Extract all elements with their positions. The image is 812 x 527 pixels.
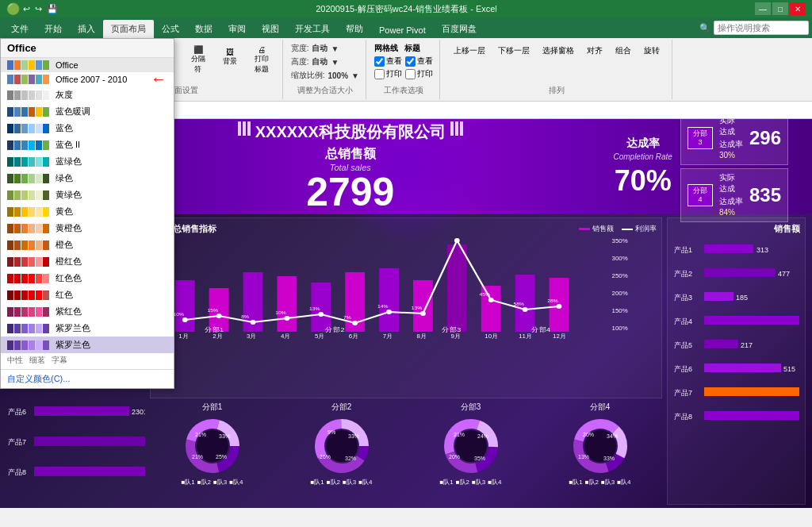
svg-text:5月: 5月	[315, 333, 324, 339]
svg-text:产品6: 产品6	[674, 365, 692, 373]
tab-formula[interactable]: 公式	[154, 20, 187, 38]
bring-forward-button[interactable]: 上移一层	[448, 43, 491, 59]
svg-text:3月: 3月	[247, 333, 256, 339]
window-controls[interactable]: — □ ✕	[755, 2, 806, 15]
item-label-violet1: 紫罗兰色	[56, 322, 90, 334]
tab-help[interactable]: 帮助	[338, 20, 371, 38]
rotate-button[interactable]: 旋转	[638, 43, 665, 59]
svg-text:21%: 21%	[192, 454, 203, 460]
svg-text:分部4: 分部4	[531, 325, 550, 333]
tab-view[interactable]: 视图	[254, 20, 287, 38]
svg-text:300%: 300%	[612, 255, 629, 261]
align-button[interactable]: 对齐	[581, 43, 608, 59]
svg-text:350%: 350%	[612, 237, 629, 244]
dropdown-item-orange-red[interactable]: 橙红色	[1, 253, 174, 270]
svg-text:10%: 10%	[275, 310, 286, 315]
svg-text:产品4: 产品4	[674, 317, 692, 325]
dropdown-item-violet2[interactable]: 紫罗兰色	[1, 337, 174, 353]
svg-text:33%: 33%	[219, 433, 230, 439]
svg-point-55	[216, 314, 222, 318]
side-card-4-value: 835	[749, 184, 781, 206]
maximize-button[interactable]: □	[772, 2, 788, 15]
dropdown-item-red2[interactable]: 红色色	[1, 270, 174, 287]
close-button[interactable]: ✕	[790, 2, 806, 15]
dropdown-item-purple-red[interactable]: 紫红色	[1, 303, 174, 320]
dropdown-item-office2007[interactable]: Office 2007 - 2010	[1, 72, 174, 87]
svg-text:6月: 6月	[349, 333, 358, 339]
donut-section-3: 分部3 21% 24% 35% 20%	[408, 402, 533, 505]
item-label-orange: 橙色	[56, 239, 73, 251]
item-label-blue: 蓝色	[56, 122, 73, 134]
gridlines-print-checkbox[interactable]	[374, 69, 385, 79]
gridlines-view-checkbox[interactable]	[374, 56, 385, 67]
tab-baidu[interactable]: 百度网盘	[434, 20, 485, 38]
item-label-teal: 蓝绿色	[56, 156, 82, 167]
window-title: 20200915-解压密码wc24-销售业绩看板 - Excel	[58, 3, 755, 15]
svg-text:21%: 21%	[195, 432, 206, 437]
dropdown-item-yellow[interactable]: 黄色	[1, 203, 174, 220]
swatch-teal	[7, 157, 49, 167]
svg-text:产品1: 产品1	[674, 246, 692, 254]
dropdown-item-green[interactable]: 绿色	[1, 170, 174, 187]
svg-text:产品8: 产品8	[8, 468, 26, 476]
svg-point-64	[523, 307, 528, 312]
total-sales-label: 总销售额	[238, 146, 463, 163]
svg-text:23013: 23013	[132, 408, 145, 416]
dropdown-item-red[interactable]: 红色	[1, 287, 174, 303]
custom-color-button[interactable]: 自定义颜色(C)...	[1, 369, 174, 388]
svg-text:33%: 33%	[348, 433, 359, 439]
selection-pane-button[interactable]: 选择窗格	[537, 43, 580, 59]
svg-text:1月: 1月	[178, 333, 188, 339]
search-input[interactable]	[714, 21, 809, 35]
swatch-red2	[7, 274, 49, 283]
svg-text:产品7: 产品7	[8, 438, 26, 446]
dropdown-item-yellow-green[interactable]: 黄绿色	[1, 187, 174, 203]
svg-text:2月: 2月	[213, 333, 222, 339]
dropdown-item-bluewarm[interactable]: 蓝色暖调	[1, 103, 174, 120]
tab-dev[interactable]: 开发工具	[287, 20, 338, 38]
tab-review[interactable]: 审阅	[220, 20, 254, 38]
dropdown-item-violet1[interactable]: 紫罗兰色	[1, 320, 174, 337]
dropdown-header: Office	[1, 39, 174, 58]
break-button[interactable]: ⬛分隔符	[184, 43, 213, 71]
completion-rate-box: 达成率 Completion Rate 70%	[613, 137, 672, 198]
minimize-button[interactable]: —	[755, 2, 771, 15]
swatch-gray	[7, 90, 49, 100]
dropdown-item-office[interactable]: Office	[1, 58, 174, 72]
tab-home[interactable]: 开始	[36, 20, 70, 38]
donut-section-2: 分部2 9% 33% 32% 26%	[279, 402, 404, 505]
dropdown-item-yellow-orange[interactable]: 黄橙色	[1, 220, 174, 237]
dropdown-item-teal[interactable]: 蓝绿色	[1, 153, 174, 170]
swatch-violet2	[7, 340, 49, 350]
side-cards: 分部3 实际 达成 达成率 30% 296 分部4	[680, 119, 788, 222]
svg-text:7%: 7%	[343, 314, 351, 320]
headings-print-checkbox[interactable]	[405, 69, 416, 79]
dropdown-item-blue[interactable]: 蓝色	[1, 120, 174, 137]
subtitle-label: 字幕	[52, 355, 67, 366]
svg-text:34%: 34%	[607, 433, 618, 439]
svg-text:产品5: 产品5	[674, 341, 692, 349]
background-button[interactable]: 🖼背景	[216, 43, 244, 71]
tab-page-layout[interactable]: 页面布局	[103, 20, 154, 38]
tab-insert[interactable]: 插入	[70, 20, 103, 38]
donut-4-svg: 20% 34% 33% 13%	[569, 414, 632, 478]
group-button[interactable]: 组合	[610, 43, 637, 59]
send-backward-button[interactable]: 下移一层	[492, 43, 535, 59]
svg-text:477: 477	[778, 270, 790, 278]
dropdown-item-gray[interactable]: 灰度	[1, 87, 174, 103]
swatch-orange-red	[7, 257, 49, 267]
tab-data[interactable]: 数据	[187, 20, 220, 38]
swatch-green	[7, 174, 49, 183]
item-label-orange-red: 橙红色	[56, 256, 82, 267]
headings-view-checkbox[interactable]	[405, 56, 416, 67]
dropdown-item-blue2[interactable]: 蓝色 II	[1, 137, 174, 153]
svg-text:8月: 8月	[417, 333, 427, 339]
dropdown-item-orange[interactable]: 橙色	[1, 237, 174, 253]
tab-file[interactable]: 文件	[3, 20, 36, 38]
side-card-3: 分部3 实际 达成 达成率 30% 296	[680, 119, 788, 165]
swatch-blue2	[7, 140, 49, 150]
side-card-4-badge: 分部4	[688, 184, 713, 206]
tab-power-pivot[interactable]: Power Pivot	[371, 22, 434, 38]
print-titles-button[interactable]: 🖨打印标题	[247, 43, 276, 71]
donut-charts-row: 分部1 21% 33% 25% 21%	[150, 402, 662, 505]
